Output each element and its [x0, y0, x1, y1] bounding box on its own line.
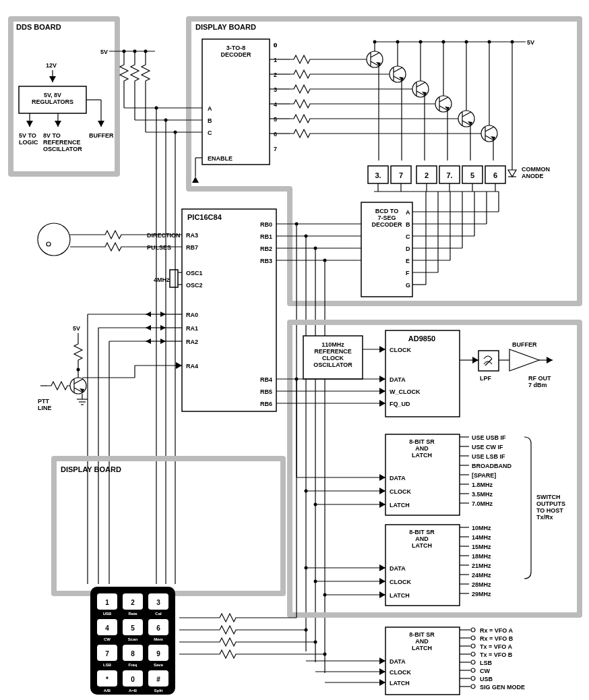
- svg-text:Save: Save: [154, 663, 164, 667]
- svg-text:3[interactable]: 3: [156, 599, 160, 606]
- svg-text:#[interactable]: #: [156, 676, 160, 683]
- svg-text:6: 6: [493, 171, 497, 179]
- svg-text:4[interactable]: 4: [105, 624, 109, 632]
- svg-text:CLOCK: CLOCK: [390, 579, 411, 585]
- svg-text:[SPARE]: [SPARE]: [472, 472, 496, 479]
- svg-text:1[interactable]: 1: [105, 599, 109, 606]
- rf-out-label: RF OUT7 dBm: [528, 375, 551, 388]
- bidir-icon: [146, 325, 166, 330]
- svg-point-146: [46, 242, 51, 246]
- svg-text:RB7: RB7: [186, 244, 198, 251]
- svg-text:G: G: [406, 282, 410, 289]
- svg-text:9[interactable]: 9: [156, 650, 160, 658]
- svg-text:USE LSB IF: USE LSB IF: [472, 453, 505, 460]
- svg-text:3.: 3.: [375, 171, 381, 179]
- svg-text:RA0: RA0: [186, 312, 198, 318]
- svg-text:5: 5: [470, 171, 474, 179]
- transistor-icon: [70, 378, 86, 394]
- svg-text:Rx = VFO B: Rx = VFO B: [480, 635, 514, 642]
- svg-point-263: [323, 593, 327, 597]
- svg-text:24MHz: 24MHz: [472, 572, 491, 579]
- svg-text:2[interactable]: 2: [131, 599, 135, 606]
- svg-text:7: 7: [399, 171, 403, 179]
- svg-text:0: 0: [274, 42, 277, 49]
- svg-text:D: D: [406, 245, 410, 252]
- svg-text:A=B: A=B: [129, 689, 137, 693]
- svg-text:LSB: LSB: [103, 663, 112, 667]
- resistor-icon: [142, 61, 150, 84]
- svg-text:5[interactable]: 5: [131, 624, 135, 632]
- buffer-amp-icon: [509, 349, 539, 371]
- bidir-icon: [146, 339, 166, 344]
- decoder-enable: ENABLE: [208, 155, 232, 162]
- keypad[interactable]: 1USB 2Rate 3Cal 4CW 5Scan 6Mem 7LSB 8Fre…: [90, 587, 175, 695]
- svg-text:RB2: RB2: [260, 245, 272, 252]
- display-title: DISPLAY BOARD: [195, 23, 256, 31]
- svg-text:2: 2: [274, 71, 277, 78]
- digit-display: 3. 7 2 7. 5 6: [368, 166, 505, 192]
- svg-text:OSC2: OSC2: [186, 282, 203, 289]
- svg-text:RB5: RB5: [260, 388, 272, 395]
- svg-text:B: B: [406, 221, 410, 228]
- svg-text:DATA: DATA: [390, 475, 406, 482]
- switch-outputs-label: SWITCHOUTPUTSTO HOSTTx/Rx: [536, 494, 565, 521]
- decoder-in-b: B: [208, 117, 212, 124]
- svg-text:6: 6: [274, 131, 277, 138]
- pic-label: PIC16C84: [187, 213, 222, 221]
- svg-text:LATCH: LATCH: [390, 502, 410, 508]
- svg-text:LATCH: LATCH: [390, 680, 410, 687]
- svg-text:RA3: RA3: [186, 232, 198, 239]
- bidir-icon: [146, 312, 166, 317]
- svg-text:CW: CW: [104, 637, 111, 641]
- sr1-outputs: USE USB IF USE CW IF USE LSB IF BROADBAN…: [460, 434, 512, 507]
- resistor-icon: [120, 61, 128, 84]
- svg-point-275: [314, 641, 317, 644]
- svg-text:Mem: Mem: [154, 637, 163, 641]
- label-12v: 12V: [46, 62, 57, 69]
- svg-text:7[interactable]: 7: [105, 650, 109, 658]
- lower-display-frame: [54, 459, 283, 593]
- svg-point-86: [511, 40, 514, 44]
- sr2-outputs: 10MHz 14MHz 15MHz 18MHz 21MHz 24MHz 28MH…: [460, 525, 491, 597]
- svg-text:7: 7: [274, 146, 277, 152]
- ptt-label: PTTLINE: [38, 398, 52, 411]
- svg-text:CLOCK: CLOCK: [390, 669, 411, 676]
- svg-text:RA4: RA4: [186, 363, 198, 370]
- svg-text:Tx = VFO B: Tx = VFO B: [480, 651, 513, 658]
- svg-text:6[interactable]: 6: [156, 624, 160, 632]
- svg-text:USB: USB: [103, 612, 112, 616]
- svg-text:CW: CW: [480, 668, 490, 674]
- svg-text:18MHz: 18MHz: [472, 553, 491, 560]
- svg-text:LSB: LSB: [480, 660, 493, 666]
- svg-text:Scan: Scan: [128, 637, 138, 641]
- svg-point-278: [323, 653, 327, 656]
- svg-text:OSC1: OSC1: [186, 270, 203, 276]
- svg-text:7.: 7.: [446, 171, 452, 179]
- svg-text:RB0: RB0: [260, 221, 272, 228]
- svg-point-255: [305, 490, 308, 493]
- svg-text:USB: USB: [480, 676, 493, 682]
- svg-text:10MHz: 10MHz: [472, 525, 491, 531]
- svg-text:8[interactable]: 8: [131, 650, 135, 658]
- svg-text:A/B: A/B: [104, 689, 111, 693]
- label-5v-right: 5V: [527, 39, 534, 46]
- svg-text:Freq: Freq: [128, 663, 137, 667]
- svg-text:C: C: [406, 233, 410, 240]
- svg-text:14MHz: 14MHz: [472, 534, 491, 541]
- svg-text:29MHz: 29MHz: [472, 591, 491, 597]
- reg-out-1: 8V TOREFERENCEOSCILLATOR: [43, 132, 82, 152]
- svg-text:4: 4: [274, 101, 277, 108]
- svg-text:RB6: RB6: [260, 401, 272, 407]
- svg-text:Tx = VFO A: Tx = VFO A: [480, 643, 512, 650]
- buffer-label: BUFFER: [512, 341, 537, 348]
- svg-point-57: [396, 40, 400, 44]
- svg-text:*[interactable]: *: [106, 676, 108, 683]
- svg-text:0[interactable]: 0: [131, 676, 135, 683]
- svg-text:DATA: DATA: [390, 658, 406, 665]
- svg-text:LATCH: LATCH: [390, 592, 410, 599]
- svg-text:2: 2: [425, 171, 429, 179]
- keypad-resistors: [179, 496, 327, 658]
- svg-text:5: 5: [274, 116, 277, 123]
- svg-point-272: [305, 629, 308, 632]
- svg-point-171: [77, 368, 80, 372]
